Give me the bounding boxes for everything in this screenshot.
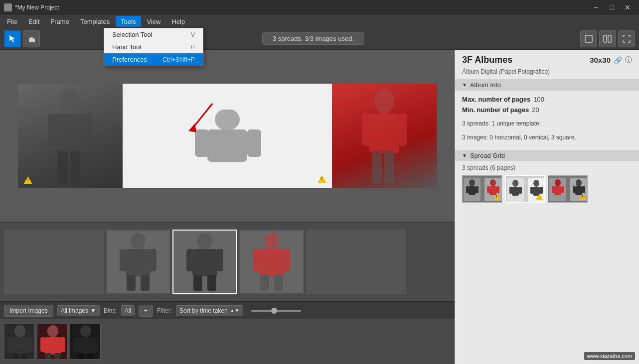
maximize-button[interactable]: □ <box>604 0 619 15</box>
svg-rect-97 <box>582 186 585 193</box>
hand-tool-shortcut: H <box>190 44 195 51</box>
svg-rect-21 <box>369 114 399 153</box>
add-bin-button[interactable]: + <box>139 305 153 317</box>
selection-tool-menu-item[interactable]: Selection Tool V <box>104 28 203 41</box>
toolbar-divider <box>44 33 44 45</box>
hand-tool-menu-item[interactable]: Hand Tool H <box>104 41 203 53</box>
svg-point-90 <box>555 179 561 186</box>
import-images-button[interactable]: Import Images <box>4 305 53 317</box>
preferences-shortcut: Ctrl+Shift+P <box>162 56 195 63</box>
filter-select[interactable]: Sort by time taken ▲▼ <box>176 305 243 316</box>
strip-thumb-1[interactable] <box>4 324 35 360</box>
svg-point-26 <box>131 233 146 249</box>
svg-point-38 <box>264 233 279 249</box>
svg-rect-48 <box>27 337 32 352</box>
spread-grid-section-header[interactable]: ▼ Spread Grid <box>455 150 639 161</box>
titlebar: *My New Project − □ ✕ <box>0 0 639 15</box>
svg-rect-43 <box>274 275 283 291</box>
album-size: 30x30 <box>590 56 611 64</box>
svg-rect-34 <box>186 249 193 271</box>
spreads-area[interactable] <box>0 50 455 222</box>
svg-rect-50 <box>21 353 27 359</box>
svg-point-59 <box>80 325 91 337</box>
spread-left-page[interactable] <box>18 84 123 188</box>
menu-tools[interactable]: Tools <box>116 16 141 27</box>
svg-rect-60 <box>77 337 94 355</box>
strip-thumb-3[interactable] <box>70 324 101 360</box>
menu-help[interactable]: Help <box>166 16 190 27</box>
minimize-button[interactable]: − <box>588 0 603 15</box>
svg-point-83 <box>533 180 539 187</box>
min-pages-row: Min. number of pages 20 <box>462 106 632 114</box>
slider-thumb <box>271 308 277 314</box>
main-area: Import Images All images ▼ Bins: All + F… <box>0 50 639 364</box>
bottom-bar: Import Images All images ▼ Bins: All + F… <box>0 301 455 319</box>
svg-point-79 <box>512 180 518 187</box>
svg-rect-22 <box>362 114 371 146</box>
menu-file[interactable]: File <box>2 16 22 27</box>
spread-thumbnails <box>462 175 632 203</box>
thumb-item-2[interactable] <box>172 230 237 294</box>
spread-count: 3 spreads (6 pages) <box>462 164 632 171</box>
close-button[interactable]: ✕ <box>620 0 635 15</box>
selection-tool-button[interactable] <box>4 30 21 47</box>
preferences-menu-item[interactable]: Preferences Ctrl+Shift+P <box>104 53 203 66</box>
svg-rect-7 <box>608 35 611 42</box>
status-text: 3 spreads. 3/3 images used. <box>262 32 364 45</box>
menu-frame[interactable]: Frame <box>45 16 74 27</box>
thumbnail-row <box>0 222 455 301</box>
strip-thumb-2[interactable] <box>37 324 68 360</box>
svg-rect-33 <box>192 249 217 276</box>
zoom-slider[interactable] <box>251 310 301 312</box>
svg-rect-70 <box>466 186 469 193</box>
svg-rect-57 <box>54 353 60 359</box>
view-double-button[interactable] <box>599 30 616 47</box>
max-pages-row: Max. number of pages 100 <box>462 96 632 103</box>
panel-header: 3F Albumes 30x30 🔗 ⓘ <box>455 50 639 68</box>
hand-tool-button[interactable] <box>23 30 40 47</box>
info-icon[interactable]: ⓘ <box>625 56 632 65</box>
svg-rect-17 <box>247 129 261 157</box>
svg-point-45 <box>14 325 25 337</box>
min-pages-value: 20 <box>532 106 539 114</box>
album-info-section-header[interactable]: ▼ Album Info <box>455 79 639 91</box>
svg-rect-71 <box>476 186 479 193</box>
spread-warn-3 <box>579 194 586 201</box>
link-icon[interactable]: 🔗 <box>614 56 622 64</box>
svg-rect-62 <box>93 337 98 352</box>
left-page-image <box>18 84 123 188</box>
svg-rect-92 <box>552 186 555 193</box>
window-title: *My New Project <box>15 4 59 11</box>
min-pages-label: Min. number of pages <box>462 106 529 114</box>
svg-rect-41 <box>283 249 290 271</box>
thumb-item-1[interactable] <box>106 230 170 294</box>
canvas-area: Import Images All images ▼ Bins: All + F… <box>0 50 455 364</box>
filter-label: Filter: <box>157 307 172 314</box>
spread-thumb-1[interactable] <box>462 175 502 203</box>
spread-right-page[interactable] <box>332 84 437 188</box>
max-pages-label: Max. number of pages <box>462 96 530 103</box>
app-icon <box>4 3 12 11</box>
svg-rect-12 <box>58 151 68 183</box>
spread-container <box>18 84 437 188</box>
spread-warn-2 <box>536 194 543 201</box>
bins-all-select[interactable]: All <box>121 305 135 316</box>
svg-rect-36 <box>193 275 202 291</box>
spread-center-page[interactable] <box>123 84 332 188</box>
svg-rect-80 <box>512 187 519 196</box>
spread-thumb-3[interactable] <box>548 175 588 203</box>
spread-thumb-2[interactable] <box>505 175 545 203</box>
spread-grid-label: Spread Grid <box>470 152 505 159</box>
all-images-select[interactable]: All images ▼ <box>57 305 100 316</box>
menu-edit[interactable]: Edit <box>23 16 44 27</box>
svg-rect-49 <box>12 353 18 359</box>
thumb-item-3[interactable] <box>239 230 304 294</box>
menu-templates[interactable]: Templates <box>75 16 115 27</box>
fullscreen-button[interactable] <box>618 30 635 47</box>
svg-rect-56 <box>45 353 51 359</box>
image-strip <box>0 319 455 364</box>
studio-name: 3F Albumes <box>462 55 512 65</box>
view-single-button[interactable] <box>580 30 597 47</box>
menu-view[interactable]: View <box>142 16 166 27</box>
filter-value: Sort by time taken <box>179 307 228 314</box>
